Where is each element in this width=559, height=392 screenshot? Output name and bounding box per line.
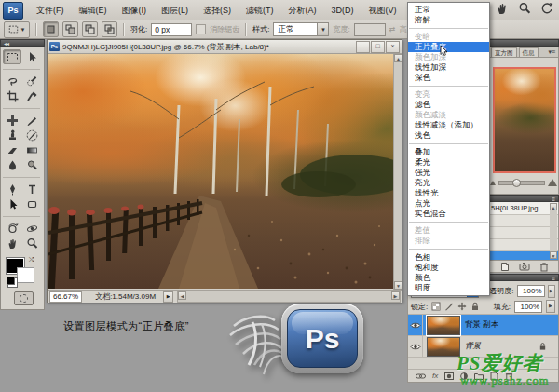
blend-mode-option[interactable]: 柔光: [408, 157, 489, 168]
scroll-up-icon[interactable]: ▲: [550, 203, 557, 210]
default-colors-icon[interactable]: [7, 277, 15, 285]
menubar-item-8[interactable]: 视图(V): [361, 6, 404, 15]
brush-tool[interactable]: [22, 113, 41, 128]
selection-mode-subtract-button[interactable]: [82, 21, 98, 37]
new-document-from-state-icon[interactable]: [500, 262, 510, 272]
status-options-button[interactable]: ▶: [163, 291, 173, 303]
blend-mode-option[interactable]: 颜色: [408, 273, 489, 283]
rotate-view-icon[interactable]: [540, 2, 553, 15]
layer-thumbnail[interactable]: [427, 337, 460, 357]
blend-mode-option[interactable]: 点光: [408, 198, 489, 209]
blend-mode-option[interactable]: 亮光: [408, 178, 489, 188]
selection-mode-intersect-button[interactable]: [102, 21, 117, 37]
move-tool[interactable]: [22, 49, 41, 64]
blend-mode-option[interactable]: 叠加: [408, 147, 489, 157]
dodge-tool[interactable]: [22, 157, 41, 172]
selection-mode-new-button[interactable]: [43, 21, 59, 37]
blend-mode-option[interactable]: 线性减淡（添加）: [408, 120, 489, 130]
lock-transparency-icon[interactable]: [431, 302, 441, 311]
menubar-item-6[interactable]: 分析(A): [281, 6, 324, 15]
blend-mode-option[interactable]: 滤色: [408, 100, 489, 110]
quick-mask-button[interactable]: [14, 291, 34, 305]
zoom-level-input[interactable]: 66.67%: [49, 291, 82, 303]
3d-orbit-tool[interactable]: [22, 221, 41, 236]
scroll-left-icon[interactable]: ◀: [178, 291, 186, 300]
selection-mode-add-button[interactable]: [62, 21, 78, 37]
3d-rotate-tool[interactable]: [3, 221, 21, 236]
style-combo[interactable]: 正常 ▼: [273, 22, 329, 36]
maximize-button[interactable]: □: [371, 41, 385, 53]
delete-trash-icon[interactable]: [539, 262, 549, 272]
fill-value[interactable]: 100%: [514, 301, 542, 313]
menubar-item-7[interactable]: 3D(D): [324, 6, 361, 15]
menubar-item-3[interactable]: 图层(L): [154, 6, 196, 15]
layer-row-background-copy[interactable]: 背景 副本: [408, 315, 558, 336]
path-select-tool[interactable]: [3, 196, 21, 211]
photo-canvas[interactable]: [48, 54, 394, 289]
visibility-eye-icon[interactable]: [408, 336, 423, 357]
menubar-item-0[interactable]: 文件(F): [29, 6, 72, 15]
scroll-down-icon[interactable]: ▼: [394, 281, 402, 290]
zoom-out-mountain-icon[interactable]: [490, 181, 496, 185]
zoom-tool[interactable]: [22, 236, 41, 250]
blend-mode-option[interactable]: 色相: [408, 252, 489, 263]
swap-colors-icon[interactable]: ⤭: [29, 256, 34, 264]
blend-mode-option[interactable]: 浅色: [408, 130, 489, 141]
opacity-value[interactable]: 100%: [517, 285, 545, 297]
vertical-scrollbar[interactable]: ▲ ▼: [393, 54, 402, 290]
close-button[interactable]: ×: [386, 41, 400, 53]
toolbar-collapse-button[interactable]: ◂◂: [0, 39, 45, 47]
visibility-eye-icon[interactable]: [408, 315, 423, 335]
eyedropper-tool[interactable]: [22, 88, 41, 103]
blend-mode-option[interactable]: 正片叠底: [408, 42, 489, 52]
scroll-right-icon[interactable]: ▶: [391, 291, 400, 300]
history-brush-tool[interactable]: [22, 128, 41, 142]
menubar-item-1[interactable]: 编辑(E): [72, 6, 115, 15]
clone-stamp-tool[interactable]: [3, 128, 21, 142]
type-tool[interactable]: [22, 182, 41, 196]
blend-mode-option[interactable]: 溶解: [408, 15, 489, 25]
blur-tool[interactable]: [3, 157, 21, 172]
background-color-swatch[interactable]: [17, 267, 34, 283]
zoom-tool-icon[interactable]: [518, 2, 531, 15]
blend-mode-option[interactable]: 线性光: [408, 188, 489, 198]
feather-input[interactable]: 0 px: [151, 23, 192, 36]
lock-position-icon[interactable]: [457, 302, 467, 311]
blend-mode-option[interactable]: 线性加深: [408, 62, 489, 73]
antialias-checkbox[interactable]: [196, 24, 206, 34]
zoom-slider-thumb[interactable]: [512, 179, 521, 187]
rect-marquee-tool[interactable]: [3, 49, 21, 64]
hand-tool[interactable]: [3, 236, 21, 250]
blend-mode-option[interactable]: 饱和度: [408, 263, 489, 273]
fill-slider-button[interactable]: ▶: [546, 300, 555, 313]
blend-mode-option[interactable]: 深色: [408, 73, 489, 83]
blend-mode-option[interactable]: 明度: [408, 283, 489, 293]
opacity-slider-button[interactable]: ▶: [548, 285, 555, 298]
panel-menu-icon[interactable]: ▾≡: [548, 48, 555, 56]
healing-brush-tool[interactable]: [3, 113, 21, 128]
tab-histogram[interactable]: 直方图: [491, 47, 517, 57]
lock-all-icon[interactable]: [470, 302, 480, 311]
blend-mode-option[interactable]: 实色混合: [408, 209, 489, 219]
tab-info[interactable]: 信息: [519, 47, 539, 57]
tool-preset-picker[interactable]: ▼: [4, 21, 30, 38]
lock-pixels-brush-icon[interactable]: [444, 302, 454, 311]
hand-tool-icon[interactable]: [496, 2, 509, 15]
new-snapshot-camera-icon[interactable]: [519, 262, 530, 271]
layer-style-fx-icon[interactable]: fx: [432, 372, 438, 380]
lasso-tool[interactable]: [3, 74, 21, 88]
blend-mode-option[interactable]: 正常: [408, 5, 489, 15]
gradient-tool[interactable]: [22, 142, 41, 157]
menubar-item-2[interactable]: 图像(I): [115, 6, 155, 15]
zoom-in-mountain-icon[interactable]: [548, 179, 557, 186]
eraser-tool[interactable]: [3, 142, 21, 157]
layer-mask-icon[interactable]: [444, 372, 454, 380]
minimize-button[interactable]: –: [356, 41, 370, 53]
shape-tool[interactable]: [22, 196, 41, 211]
scroll-up-icon[interactable]: ▲: [394, 54, 402, 62]
menubar-item-4[interactable]: 选择(S): [196, 6, 239, 15]
navigator-preview[interactable]: [493, 67, 556, 173]
menubar-item-5[interactable]: 滤镜(T): [239, 6, 281, 15]
scroll-down-icon[interactable]: ▼: [550, 251, 557, 259]
crop-tool[interactable]: [3, 88, 21, 103]
